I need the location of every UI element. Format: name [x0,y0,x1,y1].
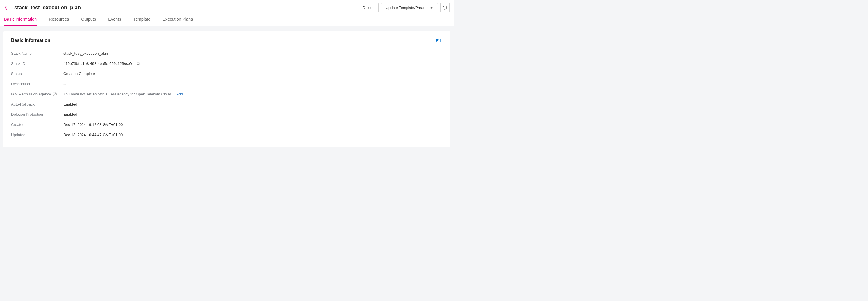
value-deletion-protection: Enabled [63,112,78,117]
row-stack-id: Stack ID 410e73bf-a1b8-498b-ba5e-699c12f… [11,58,442,69]
value-stack-name: stack_test_execution_plan [63,51,108,56]
row-description: Description -- [11,79,442,89]
tab-execution-plans[interactable]: Execution Plans [162,14,193,26]
copy-icon[interactable] [136,62,141,66]
label-description: Description [11,82,63,86]
row-auto-rollback: Auto-Rollback Enabled [11,99,442,109]
divider [11,5,11,10]
page-title: stack_test_execution_plan [14,5,81,11]
tabs: Basic Information Resources Outputs Even… [4,14,450,26]
label-deletion-protection: Deletion Protection [11,112,63,117]
basic-info-card: Basic Information Edit Stack Name stack_… [3,31,450,147]
label-iam: IAM Permission Agency ? [11,92,63,96]
row-stack-name: Stack Name stack_test_execution_plan [11,48,442,58]
stack-id-text: 410e73bf-a1b8-498b-ba5e-699c12f9ea6e [63,61,133,66]
content-area: Basic Information Edit Stack Name stack_… [0,26,454,151]
tab-events[interactable]: Events [108,14,121,26]
label-stack-id: Stack ID [11,61,63,66]
title-row: stack_test_execution_plan Delete Update … [4,3,450,14]
label-auto-rollback: Auto-Rollback [11,102,63,107]
label-status: Status [11,71,63,76]
svg-rect-1 [137,62,139,64]
label-updated: Updated [11,132,63,137]
update-template-button[interactable]: Update Template/Parameter [381,3,438,12]
row-status: Status Creation Complete [11,69,442,79]
value-iam: You have not set an official IAM agency … [63,92,183,96]
value-status: Creation Complete [63,71,95,76]
value-description: -- [63,82,66,86]
add-iam-link[interactable]: Add [176,92,183,96]
tab-resources[interactable]: Resources [49,14,69,26]
card-title: Basic Information [11,38,50,43]
value-updated: Dec 18, 2024 10:44:47 GMT+01:00 [63,132,123,137]
iam-text: You have not set an official IAM agency … [63,92,172,96]
value-created: Dec 17, 2024 19:12:08 GMT+01:00 [63,122,123,127]
row-deletion-protection: Deletion Protection Enabled [11,109,442,120]
label-iam-text: IAM Permission Agency [11,92,51,96]
row-iam: IAM Permission Agency ? You have not set… [11,89,442,99]
tab-template[interactable]: Template [133,14,150,26]
label-stack-name: Stack Name [11,51,63,56]
refresh-icon [442,5,447,10]
value-stack-id: 410e73bf-a1b8-498b-ba5e-699c12f9ea6e [63,61,141,66]
edit-link[interactable]: Edit [436,38,442,43]
help-icon[interactable]: ? [53,92,57,96]
tab-basic-information[interactable]: Basic Information [4,14,37,26]
delete-button[interactable]: Delete [358,3,379,12]
row-created: Created Dec 17, 2024 19:12:08 GMT+01:00 [11,120,442,130]
refresh-button[interactable] [440,3,450,12]
tab-outputs[interactable]: Outputs [81,14,96,26]
value-auto-rollback: Enabled [63,102,78,107]
row-updated: Updated Dec 18, 2024 10:44:47 GMT+01:00 [11,130,442,140]
title-left: stack_test_execution_plan [4,5,81,11]
header-actions: Delete Update Template/Parameter [358,3,450,12]
label-created: Created [11,122,63,127]
page-header: stack_test_execution_plan Delete Update … [0,0,454,26]
back-icon[interactable] [4,5,8,9]
card-head: Basic Information Edit [11,38,442,43]
